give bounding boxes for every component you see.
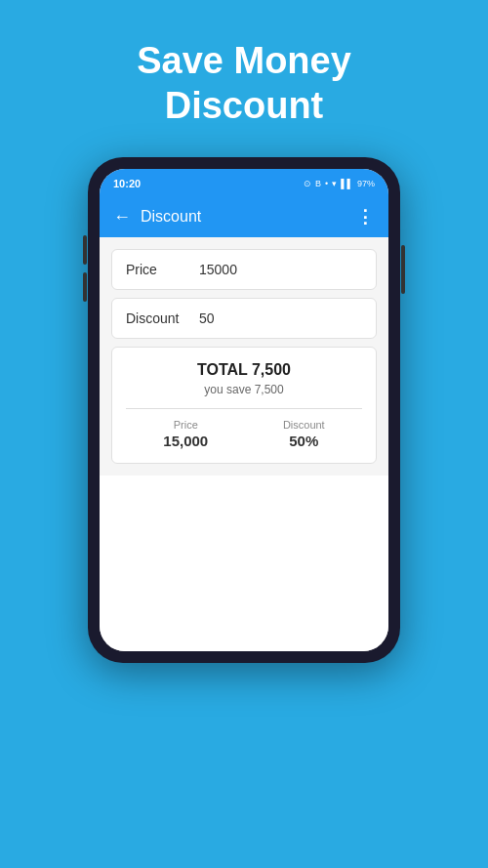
status-b-icon: B xyxy=(315,179,321,188)
more-options-button[interactable]: ⋮ xyxy=(356,206,375,227)
result-details-row: Price 15,000 Discount 50% xyxy=(126,419,362,449)
discount-input-card: Discount 50 xyxy=(111,298,377,339)
price-input-card: Price 15000 xyxy=(111,249,377,290)
price-col: Price 15,000 xyxy=(163,419,208,449)
discount-col-label: Discount xyxy=(283,419,325,431)
page-title-line1: Save Money xyxy=(137,40,351,81)
discount-label: Discount xyxy=(126,310,199,326)
app-toolbar: ← Discount ⋮ xyxy=(100,196,388,237)
volume-up-button xyxy=(83,235,87,265)
discount-col-value: 50% xyxy=(289,433,318,449)
page-title-line2: Discount xyxy=(165,85,324,126)
phone-screen: 10:20 ⊙ B • ▾ ▌▌ 97% ← Discount ⋮ xyxy=(100,169,388,651)
status-time: 10:20 xyxy=(113,178,141,189)
result-save: you save 7,500 xyxy=(126,383,362,396)
result-divider xyxy=(126,408,362,409)
status-wifi-icon: ▾ xyxy=(332,179,337,188)
status-battery: 97% xyxy=(357,179,375,188)
status-notification-icon: ⊙ xyxy=(304,179,311,188)
price-value[interactable]: 15000 xyxy=(199,262,362,277)
volume-down-button xyxy=(83,272,87,302)
status-icons: ⊙ B • ▾ ▌▌ 97% xyxy=(304,179,375,188)
status-signal-icon: ▌▌ xyxy=(341,179,353,188)
empty-screen-area xyxy=(100,475,388,651)
back-button[interactable]: ← xyxy=(113,207,131,227)
phone-wrapper: 10:20 ⊙ B • ▾ ▌▌ 97% ← Discount ⋮ xyxy=(88,157,400,663)
price-col-label: Price xyxy=(174,419,198,431)
phone-frame: 10:20 ⊙ B • ▾ ▌▌ 97% ← Discount ⋮ xyxy=(88,157,400,663)
toolbar-title: Discount xyxy=(141,208,346,226)
price-label: Price xyxy=(126,262,199,277)
discount-col: Discount 50% xyxy=(283,419,325,449)
page-title: Save Money Discount xyxy=(137,39,351,128)
discount-value[interactable]: 50 xyxy=(199,310,362,326)
power-button xyxy=(401,245,405,294)
price-col-value: 15,000 xyxy=(163,433,208,449)
status-dot-icon: • xyxy=(325,179,328,188)
result-total-text: TOTAL 7,500 xyxy=(197,361,291,378)
result-card: TOTAL 7,500 you save 7,500 Price 15,000 xyxy=(111,347,377,464)
result-save-text: you save 7,500 xyxy=(204,383,283,396)
result-total: TOTAL 7,500 xyxy=(126,361,362,379)
status-bar: 10:20 ⊙ B • ▾ ▌▌ 97% xyxy=(100,169,388,196)
content-area: Price 15000 Discount 50 TOTAL 7,500 xyxy=(100,237,388,475)
page-background: Save Money Discount 10:20 ⊙ B • ▾ ▌▌ xyxy=(0,0,488,868)
